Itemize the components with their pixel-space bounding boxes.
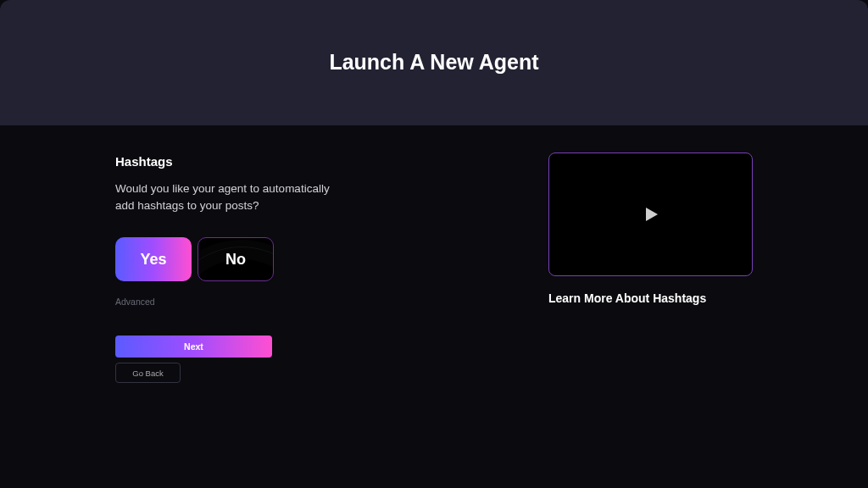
right-column: Learn More About Hashtags bbox=[548, 152, 753, 383]
svg-marker-0 bbox=[646, 208, 658, 221]
next-button-label: Next bbox=[184, 341, 203, 352]
section-prompt: Would you like your agent to automatical… bbox=[115, 180, 336, 214]
yes-button-label: Yes bbox=[140, 251, 166, 269]
advanced-link[interactable]: Advanced bbox=[115, 297, 434, 307]
page-title: Launch A New Agent bbox=[329, 50, 538, 75]
yes-button[interactable]: Yes bbox=[115, 237, 192, 281]
no-button[interactable]: No bbox=[198, 237, 274, 281]
go-back-button[interactable]: Go Back bbox=[115, 363, 181, 383]
video-caption: Learn More About Hashtags bbox=[548, 291, 753, 305]
go-back-button-label: Go Back bbox=[132, 369, 163, 378]
play-icon bbox=[643, 206, 659, 223]
no-button-label: No bbox=[225, 251, 246, 269]
section-title: Hashtags bbox=[115, 154, 434, 169]
header: Launch A New Agent bbox=[0, 0, 868, 125]
next-button[interactable]: Next bbox=[115, 336, 272, 358]
toggle-group: Yes No bbox=[115, 237, 434, 281]
left-column: Hashtags Would you like your agent to au… bbox=[115, 152, 434, 383]
content: Hashtags Would you like your agent to au… bbox=[0, 125, 868, 383]
video-preview[interactable] bbox=[548, 152, 753, 276]
